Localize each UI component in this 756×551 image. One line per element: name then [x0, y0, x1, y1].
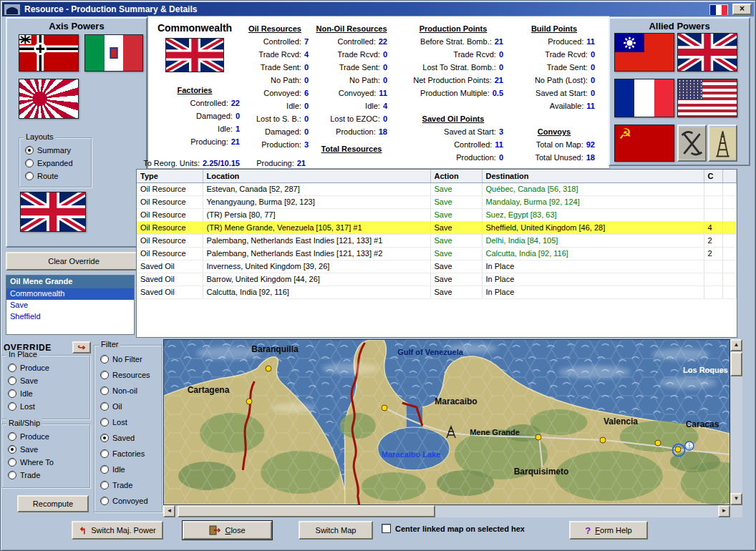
switch-map-button[interactable]: Switch Map — [299, 521, 373, 540]
col-destination[interactable]: Destination — [482, 170, 704, 182]
in-place-option[interactable]: Save — [2, 374, 89, 387]
filter-option[interactable]: Resources — [94, 367, 162, 383]
cell-type: Oil Resource — [137, 247, 203, 260]
override-list-item[interactable]: Sheffield — [6, 311, 134, 323]
layout-option-label: Summary — [37, 146, 71, 155]
cell-filler — [722, 208, 737, 221]
japan-flag[interactable] — [19, 79, 79, 119]
titlebar[interactable]: Resource - Production Summary & Details … — [2, 2, 754, 16]
table-row[interactable]: Saved Oil Calcutta, India [92, 116] Save… — [137, 286, 737, 298]
table-row[interactable]: Oil Resource (TR) Persia [80, 77] Save S… — [137, 208, 737, 221]
map-viewport[interactable]: ⚓ BaranquillaCartagenaGulf of VenezuelaL… — [163, 339, 730, 505]
clear-override-button[interactable]: Clear Override — [6, 252, 142, 270]
resource-table[interactable]: Type Location Action Destination C Oil R… — [137, 170, 737, 299]
col-location[interactable]: Location — [203, 170, 430, 182]
map-hscrollbar[interactable]: ◄ ► — [163, 505, 730, 517]
radio-icon — [8, 445, 16, 454]
clear-override-label: Clear Override — [48, 257, 100, 265]
override-list-item[interactable]: Save — [6, 300, 134, 311]
oil-resources-column: Oil Resources Controlled:7 Trade Rcvd:4 … — [241, 22, 309, 151]
override-list-item[interactable]: Commonwealth — [6, 288, 134, 300]
cell-type: Oil Resource — [137, 208, 203, 221]
layout-option[interactable]: Expanded — [19, 157, 91, 170]
rail-ship-option[interactable]: Where To — [2, 456, 89, 469]
china-flag[interactable] — [614, 33, 674, 72]
checkbox-icon — [382, 524, 391, 533]
table-row[interactable]: Oil Resource Palembang, Netherlands East… — [137, 247, 737, 260]
in-place-option[interactable]: Idle — [2, 387, 89, 400]
close-button[interactable]: Close — [183, 521, 272, 540]
filter-option[interactable]: Convoyed — [94, 493, 162, 509]
in-place-option[interactable]: Lost — [2, 400, 89, 413]
filter-option[interactable]: Idle — [94, 462, 162, 477]
stat-row: Controlled:22 — [150, 97, 240, 109]
filter-title: Filter — [99, 340, 120, 348]
col-action[interactable]: Action — [430, 170, 482, 182]
filter-option[interactable]: No Filter — [94, 351, 162, 367]
override-apply-button[interactable]: ↪ — [72, 341, 91, 353]
in-place-option[interactable]: Produce — [2, 361, 89, 374]
form-help-button[interactable]: ? Form Help — [569, 521, 648, 540]
override-listbox[interactable]: Oil Mene Grande CommonwealthSaveSheffiel… — [6, 275, 135, 335]
uk-flag[interactable] — [677, 33, 737, 72]
rail-ship-option-label: Save — [20, 445, 38, 454]
col-c[interactable]: C — [704, 170, 722, 182]
ussr-flag[interactable]: ☭ — [614, 125, 674, 162]
layout-option[interactable]: Route — [19, 170, 91, 182]
cell-action: Save — [430, 286, 482, 298]
switch-major-power-button[interactable]: ↰ Switch Maj. Power — [72, 521, 163, 540]
stat-row: Before Strat. Bomb.:21 — [403, 35, 503, 48]
germany-flag[interactable] — [19, 34, 79, 72]
table-row[interactable]: Saved Oil Inverness, United Kingdom [39,… — [137, 260, 737, 273]
layout-option[interactable]: Summary — [19, 144, 91, 157]
table-row[interactable]: Oil Resource (TR) Mene Grande, Venezuela… — [137, 221, 737, 234]
filter-option-label: Idle — [112, 465, 125, 474]
stat-row: Trade Sent:0 — [513, 61, 595, 74]
filter-option-label: Saved — [112, 434, 135, 442]
scroll-left-button[interactable]: ◄ — [163, 505, 175, 517]
stat-row: Trade Rcvd:0 — [513, 48, 595, 61]
scroll-right-button[interactable]: ► — [718, 505, 730, 517]
france-flag[interactable] — [614, 79, 674, 117]
form-help-label: Form Help — [595, 526, 631, 535]
oil-derrick-tile-button[interactable] — [708, 125, 737, 162]
filter-option[interactable]: Non-oil — [94, 383, 162, 399]
resources-tile-button[interactable] — [677, 125, 707, 162]
rail-ship-option[interactable]: Trade — [2, 469, 89, 482]
filter-option[interactable]: Oil — [94, 399, 162, 414]
commonwealth-flag[interactable] — [20, 192, 86, 232]
usa-canton — [678, 79, 702, 99]
app-icon — [4, 4, 20, 15]
table-row[interactable]: Oil Resource Palembang, Netherlands East… — [137, 234, 737, 247]
recompute-button[interactable]: Recompute — [17, 495, 89, 512]
filter-option[interactable]: Saved — [94, 430, 162, 446]
cell-destination: Québec, Canada [56, 318] — [482, 182, 704, 195]
rail-ship-groupbox: Rail/Ship Produce Save Where To Trade — [1, 424, 90, 488]
in-place-groupbox: In Place Produce Save Idle Lost — [1, 355, 90, 419]
close-window-button[interactable]: × — [732, 4, 752, 15]
filter-option[interactable]: Trade — [94, 477, 162, 493]
filter-option[interactable]: Lost — [94, 414, 162, 430]
rail-ship-option[interactable]: Produce — [2, 430, 89, 443]
center-map-checkbox[interactable]: Center linked map on selected hex — [382, 524, 525, 533]
scroll-down-button[interactable]: ▼ — [730, 493, 742, 505]
map-vscrollbar[interactable]: ▲ ▼ — [730, 339, 742, 505]
vscroll-thumb[interactable] — [730, 352, 742, 376]
col-type[interactable]: Type — [137, 170, 203, 182]
hscroll-thumb[interactable] — [178, 505, 435, 517]
usa-flag[interactable] — [677, 79, 737, 117]
scroll-up-button[interactable]: ▲ — [730, 339, 742, 351]
italy-flag[interactable] — [84, 34, 143, 72]
cell-destination: Suez, Egypt [83, 63] — [482, 208, 704, 221]
in-place-option-label: Produce — [20, 364, 49, 372]
filter-option-label: Resources — [112, 371, 150, 379]
table-row[interactable]: Saved Oil Barrow, United Kingdom [44, 26… — [137, 273, 737, 286]
resource-table-panel: Type Location Action Destination C Oil R… — [136, 169, 737, 338]
table-row[interactable]: Oil Resource Yenangyaung, Burma [92, 123… — [137, 195, 737, 208]
production-points-header: Production Points — [403, 22, 503, 35]
cell-location: Yenangyaung, Burma [92, 123] — [203, 195, 430, 208]
rail-ship-option[interactable]: Save — [2, 443, 89, 456]
table-row[interactable]: Oil Resource Estevan, Canada [52, 287] S… — [137, 182, 737, 195]
filter-option[interactable]: Factories — [94, 446, 162, 462]
france-flag-icon — [709, 4, 728, 15]
